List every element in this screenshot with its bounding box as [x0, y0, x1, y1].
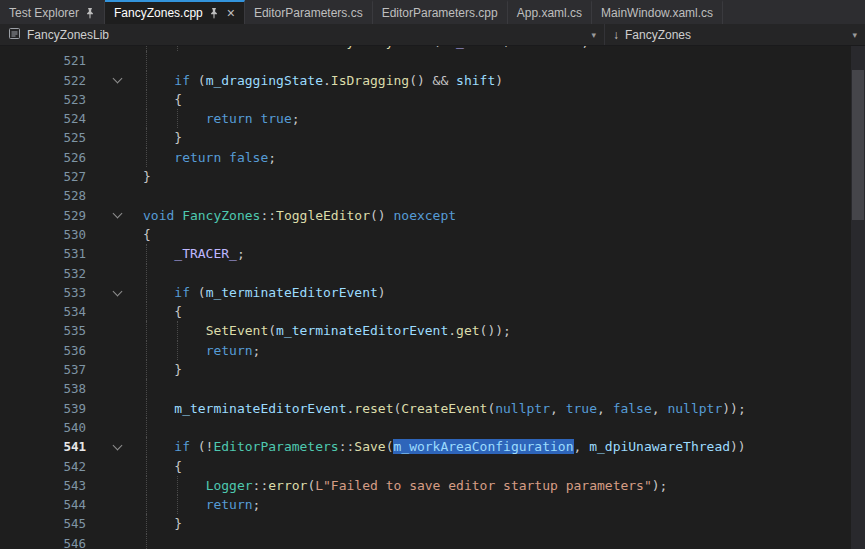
- code-line-534[interactable]: 534 {: [0, 302, 865, 321]
- project-dropdown-label: FancyZonesLib: [27, 28, 109, 42]
- line-number[interactable]: 521: [0, 51, 92, 70]
- code-line-530[interactable]: 530{: [0, 225, 865, 244]
- line-number[interactable]: 537: [0, 360, 92, 379]
- indent-guide: [146, 244, 147, 263]
- tab-editorparameters-cs[interactable]: EditorParameters.cs: [245, 0, 373, 24]
- code-line-521[interactable]: 521: [0, 51, 865, 70]
- scrollbar-thumb[interactable]: [852, 70, 864, 220]
- tab-fancyzones-cpp[interactable]: FancyZones.cpp×: [105, 0, 245, 24]
- indent-guide: [177, 476, 178, 495]
- code-line-540[interactable]: 540: [0, 418, 865, 437]
- project-dropdown[interactable]: FancyZonesLib ▾: [0, 24, 604, 45]
- indent-guide: [177, 495, 178, 514]
- fold-chevron-icon[interactable]: [92, 206, 143, 225]
- line-number[interactable]: 542: [0, 457, 92, 476]
- code-line-531[interactable]: 531 _TRACER_;: [0, 244, 865, 263]
- tab-test-explorer[interactable]: Test Explorer: [0, 0, 105, 24]
- indent-guide: [146, 109, 147, 128]
- line-number[interactable]: 522: [0, 71, 92, 90]
- code-token: =: [284, 46, 307, 49]
- member-dropdown[interactable]: ↓ FancyZones ▾: [604, 24, 865, 45]
- line-number[interactable]: 534: [0, 302, 92, 321]
- code-line-536[interactable]: 536 return;: [0, 341, 865, 360]
- code-line-538[interactable]: 538: [0, 379, 865, 398]
- tab-mainwindow-xaml-cs[interactable]: MainWindow.xaml.cs: [592, 0, 723, 24]
- code-token: ): [495, 73, 503, 88]
- line-number[interactable]: 535: [0, 321, 92, 340]
- tab-label: EditorParameters.cpp: [382, 6, 498, 20]
- code-text: return true;: [143, 109, 865, 128]
- line-number[interactable]: 544: [0, 495, 92, 514]
- line-number[interactable]: 530: [0, 225, 92, 244]
- fold-spacer: [92, 399, 143, 418]
- code-token: get: [456, 323, 479, 338]
- close-icon[interactable]: ×: [227, 6, 235, 20]
- code-line-529[interactable]: 529void FancyZones::ToggleEditor() noexc…: [0, 206, 865, 225]
- code-token: ,: [550, 401, 566, 416]
- code-token: () &&: [409, 73, 456, 88]
- code-line-537[interactable]: 537 }: [0, 360, 865, 379]
- line-number[interactable]: 536: [0, 341, 92, 360]
- line-number[interactable]: 541: [0, 437, 92, 456]
- code-line-546[interactable]: 546: [0, 534, 865, 549]
- line-number[interactable]: 543: [0, 476, 92, 495]
- line-number[interactable]: 527: [0, 167, 92, 186]
- code-line-526[interactable]: 526 return false;: [0, 148, 865, 167]
- line-number[interactable]: 538: [0, 379, 92, 398]
- pin-icon[interactable]: [85, 8, 95, 19]
- tab-editorparameters-cpp[interactable]: EditorParameters.cpp: [373, 0, 508, 24]
- code-token: [143, 73, 174, 88]
- code-token: ;: [581, 46, 589, 49]
- selected-text: m_workAreaConfiguration: [393, 439, 573, 454]
- code-token: (: [268, 323, 276, 338]
- line-number[interactable]: 523: [0, 90, 92, 109]
- code-line-539[interactable]: 539 m_terminateEditorEvent.reset(CreateE…: [0, 399, 865, 418]
- code-line-533[interactable]: 533 if (m_terminateEditorEvent): [0, 283, 865, 302]
- line-number[interactable]: 533: [0, 283, 92, 302]
- line-number[interactable]: 526: [0, 148, 92, 167]
- pin-icon[interactable]: [209, 8, 219, 19]
- line-number[interactable]: 531: [0, 244, 92, 263]
- line-number[interactable]: 539: [0, 399, 92, 418]
- code-line-522[interactable]: 522 if (m_draggingState.IsDragging() && …: [0, 71, 865, 90]
- chevron-down-icon: ▾: [591, 30, 596, 40]
- code-token: ToggleEditor: [276, 208, 370, 223]
- code-line-527[interactable]: 527}: [0, 167, 865, 186]
- tab-app-xaml-cs[interactable]: App.xaml.cs: [508, 0, 592, 24]
- code-line-523[interactable]: 523 {: [0, 90, 865, 109]
- code-token: if: [174, 439, 190, 454]
- line-number[interactable]: 528: [0, 186, 92, 205]
- line-number[interactable]: 529: [0, 206, 92, 225]
- line-number[interactable]: 540: [0, 418, 92, 437]
- indent-guide: [146, 514, 147, 533]
- line-number[interactable]: 524: [0, 109, 92, 128]
- code-token: m_terminateEditorEvent: [206, 285, 378, 300]
- code-token: nullptr: [667, 401, 722, 416]
- chevron-down-icon: [113, 209, 123, 219]
- code-line-545[interactable]: 545 }: [0, 514, 865, 533]
- fold-chevron-icon[interactable]: [92, 71, 143, 90]
- line-number[interactable]: 532: [0, 264, 92, 283]
- code-line-532[interactable]: 532: [0, 264, 865, 283]
- code-token: m_dpiUnawareThread: [589, 439, 730, 454]
- vertical-scrollbar[interactable]: [851, 46, 865, 549]
- line-number[interactable]: 546: [0, 534, 92, 549]
- code-line-543[interactable]: 543 Logger::error(L"Failed to save edito…: [0, 476, 865, 495]
- line-number[interactable]: 525: [0, 128, 92, 147]
- code-line-542[interactable]: 542 {: [0, 457, 865, 476]
- code-line-524[interactable]: 524 return true;: [0, 109, 865, 128]
- line-number[interactable]: 545: [0, 514, 92, 533]
- code-line-525[interactable]: 525 }: [0, 128, 865, 147]
- code-text: if (m_terminateEditorEvent): [143, 283, 865, 302]
- code-line-544[interactable]: 544 return;: [0, 495, 865, 514]
- code-line-541[interactable]: 541 if (!EditorParameters::Save(m_workAr…: [0, 437, 865, 456]
- fold-chevron-icon[interactable]: [92, 437, 143, 456]
- code-token: ,: [597, 401, 613, 416]
- fold-chevron-icon[interactable]: [92, 283, 143, 302]
- tab-label: EditorParameters.cs: [254, 6, 363, 20]
- fold-spacer: [92, 476, 143, 495]
- code-token: }: [143, 516, 182, 531]
- code-token: nullptr: [495, 401, 550, 416]
- code-line-528[interactable]: 528: [0, 186, 865, 205]
- code-line-535[interactable]: 535 SetEvent(m_terminateEditorEvent.get(…: [0, 321, 865, 340]
